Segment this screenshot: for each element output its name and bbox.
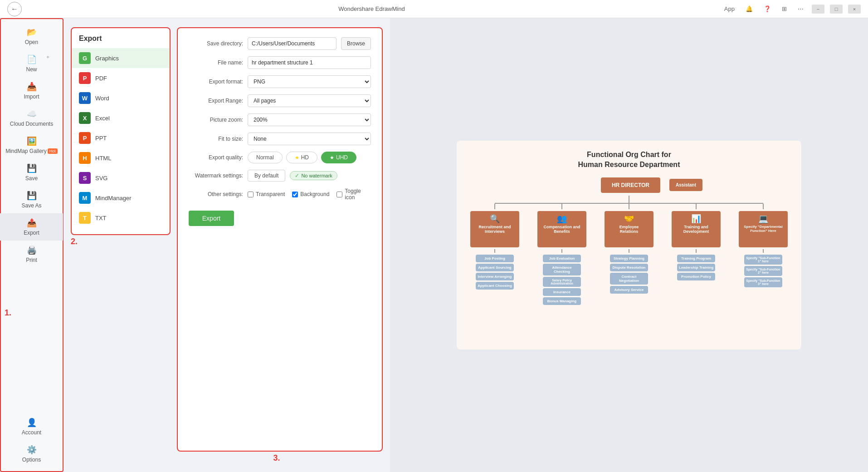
toggle-icon-checkbox-label[interactable]: Toggle icon xyxy=(336,188,371,201)
fit-to-size-row: Fit to size: None A4 A3 xyxy=(189,133,371,145)
transparent-checkbox[interactable] xyxy=(248,192,254,197)
more-button[interactable]: ⋯ xyxy=(795,5,806,13)
export-item-txt[interactable]: T TXT xyxy=(72,208,170,228)
dept-box-recruitment: 🔍 Recruitment andInterviews xyxy=(470,211,519,247)
dept-subs-specify: Specify "Sub-Function 1" here Specify "S… xyxy=(744,255,782,287)
sidebar-item-gallery[interactable]: 🖼️ MindMap Gallery Hot xyxy=(0,132,63,159)
export-format-select[interactable]: PNG JPG BMP SVG xyxy=(248,75,371,88)
save-directory-input[interactable] xyxy=(248,37,336,50)
watermark-check-icon: ✓ xyxy=(295,172,299,179)
conn-v xyxy=(629,204,629,209)
quality-normal-button[interactable]: Normal xyxy=(248,152,283,163)
app-button[interactable]: App xyxy=(722,5,737,13)
picture-zoom-row: Picture zoom: 100% 150% 200% 300% xyxy=(189,113,371,126)
other-settings-label: Other settings: xyxy=(189,191,243,197)
export-item-svg[interactable]: S SVG xyxy=(72,168,170,188)
print-icon: 🖨️ xyxy=(27,245,37,255)
notification-button[interactable]: 🔔 xyxy=(743,5,756,13)
connector-v1 xyxy=(629,196,629,203)
export-button[interactable]: Export xyxy=(189,211,234,226)
sidebar-item-print[interactable]: 🖨️ Print xyxy=(0,241,63,268)
grid-button[interactable]: ⊞ xyxy=(779,5,790,13)
sidebar-item-label: Cloud Documents xyxy=(10,121,53,127)
sidebar-item-export[interactable]: 📤 Export xyxy=(0,213,63,241)
titlebar-right: App 🔔 ❓ ⊞ ⋯ − □ × xyxy=(722,5,861,14)
export-settings-panel: Save directory: Browse File name: Export… xyxy=(177,27,383,452)
maximize-button[interactable]: □ xyxy=(830,5,843,14)
close-button[interactable]: × xyxy=(848,5,861,14)
quality-hd-button[interactable]: ★ HD xyxy=(286,152,317,163)
dept-recruitment: 🔍 Recruitment andInterviews Job Posting … xyxy=(470,204,520,305)
svg-icon: S xyxy=(79,172,91,184)
sidebar-item-import[interactable]: 📥 Import xyxy=(0,77,63,104)
sidebar-item-open[interactable]: 📂 Open xyxy=(0,23,63,50)
org-chart: Functional Org Chart for Human Resource … xyxy=(457,141,801,349)
quality-group: Normal ★ HD ★ UHD xyxy=(248,152,356,163)
export-item-excel[interactable]: X Excel xyxy=(72,108,170,128)
open-icon: 📂 xyxy=(27,27,37,37)
export-list-panel: Export G Graphics P PDF W Word X Excel xyxy=(71,27,171,235)
sidebar-item-label: Import xyxy=(24,93,39,100)
background-checkbox-label[interactable]: Background xyxy=(292,191,329,197)
save-directory-row: Save directory: Browse xyxy=(189,37,371,50)
help-button[interactable]: ❓ xyxy=(761,5,774,13)
sidebar-item-options[interactable]: ⚙️ Options xyxy=(0,440,63,467)
export-item-word[interactable]: W Word xyxy=(72,88,170,108)
cloud-icon: ☁️ xyxy=(27,109,37,119)
minimize-button[interactable]: − xyxy=(812,5,824,14)
sidebar-item-account[interactable]: 👤 Account xyxy=(0,413,63,440)
sub-box: Bonus Managing xyxy=(543,297,581,305)
mindmanager-icon: M xyxy=(79,192,91,204)
export-format-label: Export format: xyxy=(189,79,243,85)
browse-button[interactable]: Browse xyxy=(341,37,371,50)
watermark-default-button[interactable]: By default xyxy=(248,170,285,182)
export-quality-row: Export quality: Normal ★ HD ★ UHD xyxy=(189,152,371,163)
export-item-pdf[interactable]: P PDF xyxy=(72,68,170,88)
sidebar-item-new[interactable]: 📄 New ＋ xyxy=(0,50,63,77)
checkbox-group: Transparent Background Toggle icon xyxy=(248,188,371,201)
background-checkbox[interactable] xyxy=(292,192,298,197)
main-layout: 📂 Open 📄 New ＋ 📥 Import ☁️ Cloud Documen… xyxy=(0,18,868,472)
export-item-ppt[interactable]: P PPT xyxy=(72,128,170,148)
fit-to-size-select[interactable]: None A4 A3 xyxy=(248,133,371,145)
sidebar-item-cloud[interactable]: ☁️ Cloud Documents xyxy=(0,104,63,132)
sub-box: Interview Arranging xyxy=(476,273,514,280)
conn-v2 xyxy=(696,249,697,253)
sub-box: Advisory Service xyxy=(610,286,648,294)
dept-specify: 💻 Specify "DepartmentalFunction" Here Sp… xyxy=(738,204,788,305)
watermark-label: Watermark settings: xyxy=(189,172,243,179)
sub-box: Dispute Resolution xyxy=(610,264,648,271)
sub-box: Insurance xyxy=(543,288,581,296)
back-button[interactable]: ← xyxy=(7,2,22,16)
file-name-label: File name: xyxy=(189,59,243,66)
sidebar-item-save[interactable]: 💾 Save xyxy=(0,159,63,186)
toggle-icon-label: Toggle icon xyxy=(345,188,371,201)
step1-label: 1. xyxy=(5,308,11,318)
hot-badge: Hot xyxy=(48,148,58,154)
director-row: HR DIRECTOR Assistant xyxy=(556,177,702,193)
export-item-html[interactable]: H HTML xyxy=(72,148,170,168)
diagram-canvas: Functional Org Chart for Human Resource … xyxy=(457,141,801,349)
export-item-label: Graphics xyxy=(95,55,119,62)
sidebar-item-label: Save As xyxy=(21,202,41,209)
export-item-label: HTML xyxy=(95,155,111,162)
conn-v xyxy=(763,204,764,209)
export-quality-label: Export quality: xyxy=(189,154,243,161)
export-range-row: Export Range: All pages Current page xyxy=(189,94,371,107)
save-icon: 💾 xyxy=(27,163,37,173)
quality-uhd-button[interactable]: ★ UHD xyxy=(321,152,356,163)
export-range-select[interactable]: All pages Current page xyxy=(248,94,371,107)
export-item-graphics[interactable]: G Graphics xyxy=(72,48,170,68)
transparent-checkbox-label[interactable]: Transparent xyxy=(248,191,285,197)
toggle-icon-checkbox[interactable] xyxy=(336,192,342,197)
sub-box: Training Program xyxy=(677,255,715,262)
sidebar-item-save-as[interactable]: 💾 Save As xyxy=(0,186,63,213)
export-item-mindmanager[interactable]: M MindManager xyxy=(72,188,170,208)
sub-box: Applicant Choosing xyxy=(476,282,514,290)
dept-compensation: 👥 Compensation andBenefits Job Evaluatio… xyxy=(537,204,587,305)
export-item-label: MindManager xyxy=(95,195,132,202)
sub-box: Contract Negotiation xyxy=(610,273,648,285)
picture-zoom-select[interactable]: 100% 150% 200% 300% xyxy=(248,113,371,126)
file-name-input[interactable] xyxy=(248,56,371,69)
transparent-label: Transparent xyxy=(256,191,285,197)
